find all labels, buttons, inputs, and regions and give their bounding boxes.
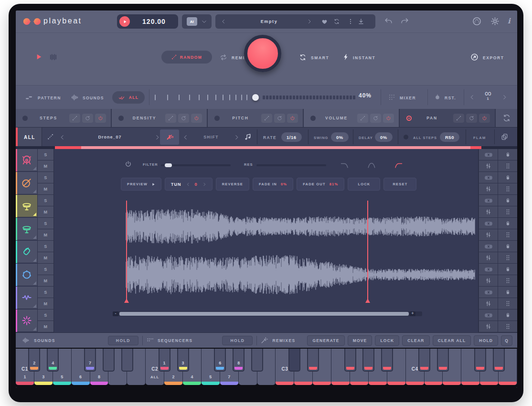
- randomness-slider-knob[interactable]: [252, 94, 259, 101]
- preset-name[interactable]: Empty: [234, 14, 304, 29]
- track-6-mute-button[interactable]: M: [38, 275, 53, 287]
- black-key[interactable]: [103, 349, 115, 372]
- drag-handle-button[interactable]: [498, 321, 517, 332]
- random-button[interactable]: RANDOM: [161, 51, 212, 64]
- more-menu-icon[interactable]: [347, 18, 354, 25]
- mixer-label[interactable]: MIXER: [400, 96, 416, 100]
- all-tracks-button[interactable]: ALL: [112, 91, 145, 104]
- tune-sliders-button[interactable]: [479, 229, 498, 241]
- export-icon[interactable]: [470, 53, 479, 61]
- lock-button[interactable]: LOCK: [348, 178, 380, 191]
- track-5-mute-button[interactable]: M: [38, 252, 53, 264]
- smart-icon[interactable]: [299, 54, 306, 61]
- hold-button[interactable]: HOLD: [474, 335, 498, 346]
- track-5-solo-button[interactable]: S: [38, 241, 53, 252]
- tab-density[interactable]: DENSITY: [112, 109, 208, 127]
- track-1-solo-button[interactable]: S: [38, 149, 53, 160]
- drag-handle-button[interactable]: [498, 160, 517, 172]
- sounds-hold-button[interactable]: HOLD: [108, 336, 138, 345]
- note-pair-icon[interactable]: [244, 133, 252, 141]
- lock-button[interactable]: [498, 310, 517, 321]
- randomness-amount[interactable]: 40%: [359, 92, 372, 99]
- pattern-steps-icon[interactable]: [25, 94, 32, 101]
- sample-end-marker[interactable]: [367, 201, 368, 302]
- sample-name[interactable]: Drone_07: [65, 135, 155, 139]
- track-4-mute-button[interactable]: M: [38, 229, 53, 241]
- filter-slider-handle[interactable]: [165, 163, 172, 167]
- preset-prev-button[interactable]: [221, 19, 226, 24]
- delay-value[interactable]: 0%: [375, 132, 393, 142]
- clear-sample-button[interactable]: [479, 172, 498, 183]
- lowpass-filter-icon[interactable]: [340, 161, 349, 170]
- reset-button[interactable]: RESET: [383, 178, 416, 191]
- randomize-sample-icon[interactable]: [47, 134, 53, 140]
- tune-down-icon[interactable]: [186, 182, 190, 186]
- drag-handle-button[interactable]: [498, 252, 517, 264]
- black-key[interactable]: 6: [214, 349, 226, 372]
- shift-left-button[interactable]: [183, 135, 188, 140]
- power-icon[interactable]: [479, 114, 490, 123]
- sequencers-hold-button[interactable]: HOLD: [222, 336, 253, 345]
- black-key[interactable]: [418, 349, 430, 372]
- black-key[interactable]: [344, 349, 356, 372]
- lock-button[interactable]: [498, 195, 517, 206]
- lock-button[interactable]: [498, 264, 517, 275]
- all-steps-cell[interactable]: ALL: [16, 128, 42, 147]
- shift-right-button[interactable]: [234, 135, 239, 140]
- black-key[interactable]: 3: [177, 349, 189, 372]
- remix-loop-icon[interactable]: [220, 54, 227, 61]
- lock-button[interactable]: [498, 287, 517, 298]
- instant-label[interactable]: INSTANT: [353, 55, 375, 60]
- drag-handle-button[interactable]: [498, 183, 517, 195]
- tune-sliders-button[interactable]: [479, 298, 498, 310]
- tab-volume[interactable]: VOLUME: [304, 109, 400, 127]
- reverse-button[interactable]: REVERSE: [216, 178, 249, 191]
- tune-value[interactable]: 0: [195, 182, 198, 187]
- black-key[interactable]: [121, 349, 133, 372]
- track-3-solo-button[interactable]: S: [38, 195, 53, 206]
- sample-next-button[interactable]: [155, 135, 160, 140]
- waveform-display[interactable]: [54, 197, 479, 309]
- tune-sliders-button[interactable]: [479, 252, 498, 264]
- swing-value[interactable]: 0%: [331, 132, 349, 142]
- shuffle-preset-icon[interactable]: [334, 19, 340, 24]
- track-2-mute-button[interactable]: M: [38, 183, 53, 195]
- track-select-1[interactable]: [16, 149, 38, 171]
- gear-icon[interactable]: [490, 17, 500, 26]
- track-7-solo-button[interactable]: S: [38, 287, 53, 298]
- res-slider[interactable]: [256, 164, 326, 166]
- black-key[interactable]: [251, 349, 263, 372]
- randomness-slider[interactable]: [153, 91, 356, 104]
- black-key[interactable]: [437, 349, 449, 372]
- fade-out-value[interactable]: 81%: [330, 182, 339, 186]
- clear-sample-button[interactable]: [479, 195, 498, 206]
- drag-handle-button[interactable]: [498, 229, 517, 241]
- piano-roll-icon[interactable]: [49, 53, 57, 61]
- filter-power-icon[interactable]: [125, 160, 132, 168]
- black-key[interactable]: 8: [233, 349, 245, 372]
- power-icon[interactable]: [287, 114, 298, 123]
- random-dice-icon[interactable]: [261, 114, 272, 123]
- reset-icon[interactable]: [466, 114, 477, 123]
- lock-button[interactable]: [498, 149, 517, 160]
- ai-mode-dropdown[interactable]: AI: [182, 14, 212, 29]
- refresh-all-button[interactable]: [496, 109, 517, 127]
- random-dice-icon[interactable]: [453, 114, 464, 123]
- clear-sample-button[interactable]: [479, 218, 498, 229]
- generate-button[interactable]: GENERATE: [307, 335, 344, 346]
- sample-start-marker[interactable]: [126, 201, 127, 302]
- highpass-filter-icon[interactable]: [394, 161, 403, 170]
- tab-pitch[interactable]: PITCH: [208, 109, 304, 127]
- fade-in-control[interactable]: FADE IN 0%: [253, 178, 293, 191]
- black-key[interactable]: [493, 349, 505, 372]
- tune-up-icon[interactable]: [202, 182, 206, 186]
- waveform-scrollbar[interactable]: - +: [113, 311, 422, 316]
- bpm-display[interactable]: 120.00: [117, 14, 178, 29]
- track-4-solo-button[interactable]: S: [38, 218, 53, 229]
- lock-button[interactable]: [498, 218, 517, 229]
- undo-button[interactable]: [384, 17, 393, 25]
- loop-length-display[interactable]: ∞ 1: [478, 90, 498, 101]
- clear-sample-button[interactable]: [479, 149, 498, 160]
- choke-button[interactable]: ✗ⁿ: [160, 129, 179, 145]
- drag-handle-button[interactable]: [498, 275, 517, 287]
